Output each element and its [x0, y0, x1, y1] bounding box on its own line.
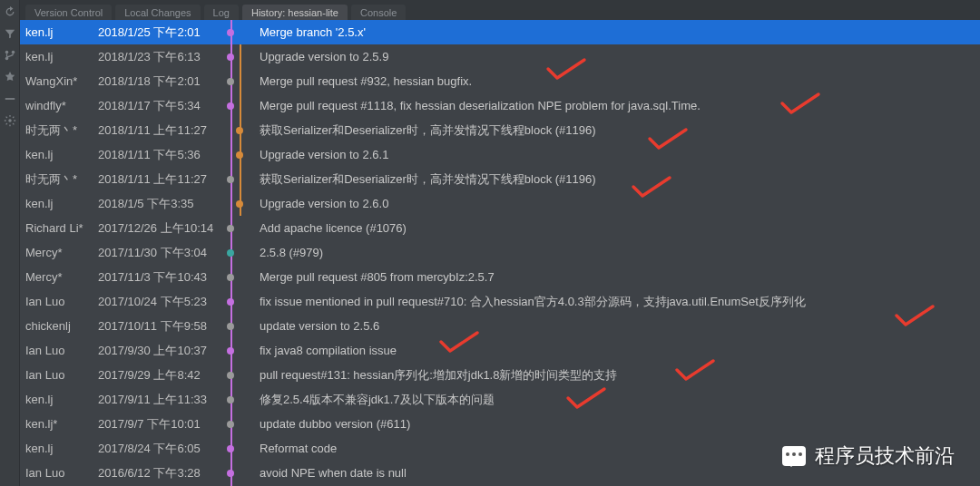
- settings-icon[interactable]: [4, 114, 16, 127]
- commit-author: ken.lj: [20, 442, 98, 455]
- commit-message: Merge pull request #932, hessian bugfix.: [258, 74, 980, 88]
- commit-author: Mercy*: [20, 246, 98, 259]
- refresh-icon[interactable]: [4, 5, 16, 18]
- commit-graph: [220, 216, 258, 240]
- commit-row[interactable]: Ian Luo2017/9/30 上午10:37fix java8 compil…: [20, 338, 980, 363]
- branch-icon[interactable]: [4, 49, 16, 62]
- svg-point-0: [5, 51, 8, 54]
- commit-message: Merge branch '2.5.x': [258, 25, 980, 39]
- commit-graph: [220, 314, 258, 338]
- commit-graph: [220, 289, 258, 314]
- commit-date: 2017/10/11 下午9:58: [98, 318, 220, 335]
- commit-date: 2017/12/26 上午10:14: [98, 220, 220, 237]
- commit-date: 2017/11/3 下午10:43: [98, 269, 220, 286]
- commit-graph: [220, 93, 258, 118]
- commit-date: 2017/8/24 下午6:05: [98, 441, 220, 457]
- commit-graph: [220, 142, 258, 167]
- commit-date: 2018/1/25 下午2:01: [98, 24, 220, 41]
- svg-point-1: [11, 51, 15, 54]
- commit-row[interactable]: 时无两丶*2018/1/11 上午11:27获取Serializer和Deser…: [20, 118, 980, 142]
- commit-date: 2016/6/12 下午3:28: [98, 465, 220, 481]
- commit-log-list[interactable]: ken.lj2018/1/25 下午2:01Merge branch '2.5.…: [20, 20, 980, 486]
- commit-message: Upgrade version to 2.6.1: [258, 148, 980, 161]
- commit-message: update dubbo version (#611): [258, 417, 980, 431]
- commit-date: 2018/1/23 下午6:13: [98, 49, 220, 65]
- commit-row[interactable]: Mercy*2017/11/30 下午3:042.5.8 (#979): [20, 240, 980, 265]
- commit-graph: [220, 118, 258, 142]
- commit-row[interactable]: ken.lj*2017/9/7 下午10:01update dubbo vers…: [20, 412, 980, 436]
- commit-graph: [220, 461, 258, 485]
- commit-author: windfly*: [20, 99, 98, 112]
- tool-window-gutter: [0, 0, 20, 486]
- commit-graph: [220, 436, 258, 461]
- star-icon[interactable]: [4, 71, 16, 83]
- collapse-icon[interactable]: [4, 92, 16, 105]
- commit-row[interactable]: ken.lj2017/9/11 上午11:33修复2.5.4版本不兼容jdk1.…: [20, 387, 980, 412]
- commit-graph: [220, 20, 258, 44]
- commit-graph: [220, 69, 258, 93]
- commit-row[interactable]: Ian Luo2017/9/29 上午8:42pull request#131:…: [20, 363, 980, 387]
- commit-author: ken.lj: [20, 393, 98, 406]
- commit-date: 2018/1/18 下午2:01: [98, 73, 220, 90]
- watermark-text: 程序员技术前沿: [815, 442, 955, 470]
- commit-row[interactable]: ken.lj2018/1/25 下午2:01Merge branch '2.5.…: [20, 20, 980, 44]
- commit-row[interactable]: Mercy*2017/11/3 下午10:43Merge pull reques…: [20, 265, 980, 289]
- commit-date: 2017/9/29 上午8:42: [98, 367, 220, 384]
- commit-author: Mercy*: [20, 270, 98, 284]
- commit-message: fix java8 compilation issue: [258, 344, 980, 357]
- commit-date: 2017/9/7 下午10:01: [98, 416, 220, 433]
- commit-author: Ian Luo: [20, 368, 98, 382]
- commit-date: 2017/11/30 下午3:04: [98, 245, 220, 261]
- commit-row[interactable]: ken.lj2018/1/5 下午3:35Upgrade version to …: [20, 191, 980, 216]
- tab-1[interactable]: Local Changes: [115, 5, 200, 20]
- commit-message: 获取Serializer和Deserializer时，高并发情况下线程block…: [258, 122, 980, 139]
- commit-row[interactable]: Richard Li*2017/12/26 上午10:14Add apache …: [20, 216, 980, 240]
- commit-date: 2018/1/5 下午3:35: [98, 196, 220, 212]
- commit-graph: [220, 44, 258, 69]
- commit-row[interactable]: 时无两丶*2018/1/11 上午11:27获取Serializer和Deser…: [20, 167, 980, 191]
- filter-icon[interactable]: [4, 27, 16, 40]
- commit-graph: [220, 167, 258, 191]
- commit-graph: [220, 191, 258, 216]
- commit-graph: [220, 387, 258, 412]
- commit-message: fix issue mentioned in pull request#710:…: [258, 294, 980, 310]
- tab-0[interactable]: Version Control: [25, 5, 112, 20]
- commit-author: Ian Luo: [20, 295, 98, 308]
- commit-author: ken.lj*: [20, 417, 98, 431]
- commit-message: update version to 2.5.6: [258, 319, 980, 333]
- commit-message: Merge pull request #1118, fix hessian de…: [258, 99, 980, 112]
- commit-graph: [220, 265, 258, 289]
- commit-date: 2018/1/11 上午11:27: [98, 122, 220, 139]
- commit-date: 2018/1/17 下午5:34: [98, 98, 220, 114]
- commit-row[interactable]: ken.lj2018/1/11 下午5:36Upgrade version to…: [20, 142, 980, 167]
- wechat-icon: [782, 446, 806, 466]
- commit-row[interactable]: WangXin*2018/1/18 下午2:01Merge pull reque…: [20, 69, 980, 93]
- commit-author: 时无两丶*: [20, 171, 98, 188]
- tab-4[interactable]: Console: [351, 5, 406, 20]
- watermark: 程序员技术前沿: [782, 442, 955, 470]
- commit-author: ken.lj: [20, 148, 98, 161]
- commit-author: ken.lj: [20, 50, 98, 63]
- commit-message: pull request#131: hessian序列化:增加对jdk1.8新增…: [258, 367, 980, 384]
- commit-graph: [220, 412, 258, 436]
- commit-message: 2.5.8 (#979): [258, 246, 980, 259]
- commit-date: 2018/1/11 下午5:36: [98, 147, 220, 163]
- commit-author: ken.lj: [20, 197, 98, 210]
- commit-date: 2018/1/11 上午11:27: [98, 171, 220, 188]
- commit-row[interactable]: windfly*2018/1/17 下午5:34Merge pull reque…: [20, 93, 980, 118]
- commit-message: Upgrade version to 2.6.0: [258, 197, 980, 210]
- commit-author: Ian Luo: [20, 344, 98, 357]
- tab-3[interactable]: History: hessian-lite: [242, 5, 348, 20]
- commit-row[interactable]: Ian Luo2017/10/24 下午5:23fix issue mentio…: [20, 289, 980, 314]
- commit-row[interactable]: chickenlj2017/10/11 下午9:58update version…: [20, 314, 980, 338]
- commit-graph: [220, 338, 258, 363]
- commit-row[interactable]: ken.lj2018/1/23 下午6:13Upgrade version to…: [20, 44, 980, 69]
- commit-message: Add apache licence (#1076): [258, 221, 980, 235]
- commit-date: 2017/9/30 上午10:37: [98, 343, 220, 359]
- svg-point-3: [8, 119, 12, 122]
- commit-message: Merge pull request #805 from mercybIz:2.…: [258, 270, 980, 284]
- commit-author: Ian Luo: [20, 466, 98, 480]
- commit-author: WangXin*: [20, 74, 98, 88]
- commit-author: Richard Li*: [20, 221, 98, 235]
- tab-2[interactable]: Log: [204, 5, 239, 20]
